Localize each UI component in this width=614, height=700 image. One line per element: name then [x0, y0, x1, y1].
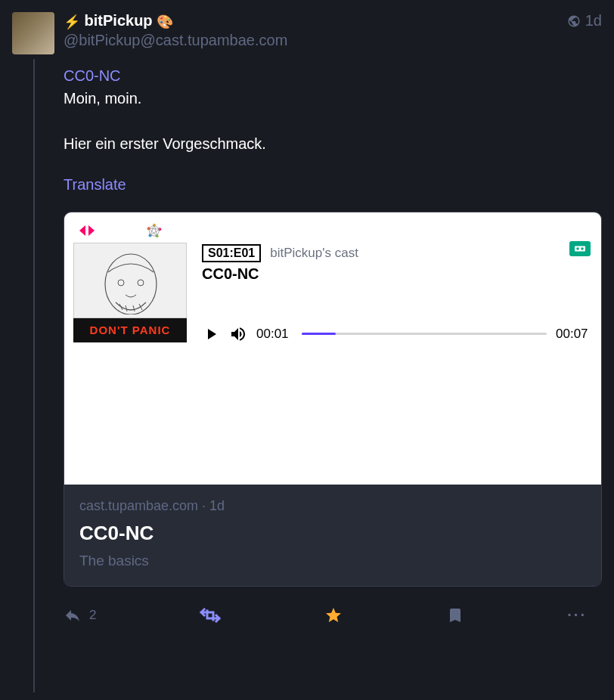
- card-meta: cast.tupambae.com · 1d CC0-NC The basics: [64, 485, 601, 586]
- content-line-1: Moin, moin.: [64, 90, 141, 107]
- embed-body: DON'T PANIC S01:E01 bitPickup's cast CC0…: [73, 243, 592, 343]
- svg-point-11: [138, 280, 144, 286]
- boost-button[interactable]: [200, 607, 221, 624]
- avatar-image: [12, 12, 54, 54]
- svg-point-10: [118, 280, 124, 286]
- progress-fill: [302, 333, 336, 335]
- podcast-embed: DON'T PANIC S01:E01 bitPickup's cast CC0…: [64, 212, 601, 485]
- cover-art: DON'T PANIC: [73, 243, 187, 343]
- favorite-button[interactable]: [324, 606, 343, 624]
- post-meta: 1d: [567, 12, 602, 29]
- current-time: 00:01: [256, 327, 293, 342]
- display-name-text: bitPickup: [85, 12, 153, 29]
- play-button[interactable]: [202, 325, 220, 343]
- activitypub-icon: [78, 224, 101, 237]
- emoji-prefix: ⚡: [64, 14, 80, 29]
- boost-icon: [200, 607, 221, 624]
- card-description: The basics: [79, 553, 586, 569]
- volume-button[interactable]: [229, 325, 247, 343]
- episode-badge: S01:E01: [202, 244, 261, 262]
- post: ⚡ bitPickup 🎨 @bitPickup@cast.tupambae.c…: [0, 0, 614, 638]
- bookmark-icon: [446, 606, 464, 624]
- avatar-column: [12, 12, 64, 632]
- reply-count: 2: [89, 608, 96, 623]
- card-source: cast.tupambae.com · 1d: [79, 498, 586, 514]
- audio-player: 00:01 00:07: [202, 325, 592, 343]
- cover-band: DON'T PANIC: [73, 318, 187, 342]
- svg-point-8: [581, 247, 584, 250]
- author-block[interactable]: ⚡ bitPickup 🎨 @bitPickup@cast.tupambae.c…: [64, 12, 567, 49]
- translate-button[interactable]: Translate: [64, 176, 126, 194]
- star-icon: [324, 606, 343, 624]
- svg-point-9: [105, 254, 157, 314]
- duration: 00:07: [556, 327, 592, 342]
- embed-info-top: S01:E01 bitPickup's cast: [202, 244, 592, 262]
- cover-band-text: DON'T PANIC: [90, 324, 171, 336]
- embed-info: S01:E01 bitPickup's cast CC0-NC 00:01: [202, 243, 592, 343]
- svg-rect-6: [575, 246, 585, 251]
- progress-bar[interactable]: [302, 333, 547, 335]
- card-title: CC0-NC: [79, 522, 586, 545]
- play-icon: [202, 325, 220, 343]
- emoji-suffix: 🎨: [157, 14, 173, 29]
- post-content: CC0-NC Moin, moin. Hier ein erster Vorge…: [64, 64, 602, 155]
- thread-line: [33, 59, 35, 692]
- card-source-sep: ·: [202, 498, 209, 513]
- post-body: ⚡ bitPickup 🎨 @bitPickup@cast.tupambae.c…: [64, 12, 602, 632]
- more-button[interactable]: ···: [567, 606, 587, 624]
- post-header: ⚡ bitPickup 🎨 @bitPickup@cast.tupambae.c…: [64, 12, 602, 49]
- action-bar: 2 ···: [64, 603, 593, 632]
- link-card[interactable]: DON'T PANIC S01:E01 bitPickup's cast CC0…: [64, 212, 602, 587]
- embed-logos: [73, 221, 592, 243]
- display-name: ⚡ bitPickup 🎨: [64, 12, 567, 30]
- bookmark-button[interactable]: [446, 606, 464, 624]
- cast-label: bitPickup's cast: [270, 246, 358, 261]
- fediverse-icon: [146, 222, 163, 239]
- avatar[interactable]: [12, 12, 54, 54]
- cassette-icon: [569, 241, 591, 256]
- card-source-domain: cast.tupambae.com: [79, 498, 198, 513]
- svg-point-7: [576, 247, 579, 250]
- embed-title: CC0-NC: [202, 265, 592, 283]
- reply-button[interactable]: 2: [64, 606, 96, 624]
- cover-sketch: [73, 243, 187, 318]
- reply-icon: [64, 606, 82, 624]
- globe-icon: [567, 14, 581, 28]
- post-timestamp[interactable]: 1d: [585, 12, 602, 29]
- card-source-age: 1d: [209, 498, 225, 513]
- hashtag-link[interactable]: CC0-NC: [64, 67, 121, 84]
- content-line-2: Hier ein erster Vorgeschmack.: [64, 135, 266, 152]
- volume-icon: [229, 325, 247, 343]
- author-handle: @bitPickup@cast.tupambae.com: [64, 32, 567, 49]
